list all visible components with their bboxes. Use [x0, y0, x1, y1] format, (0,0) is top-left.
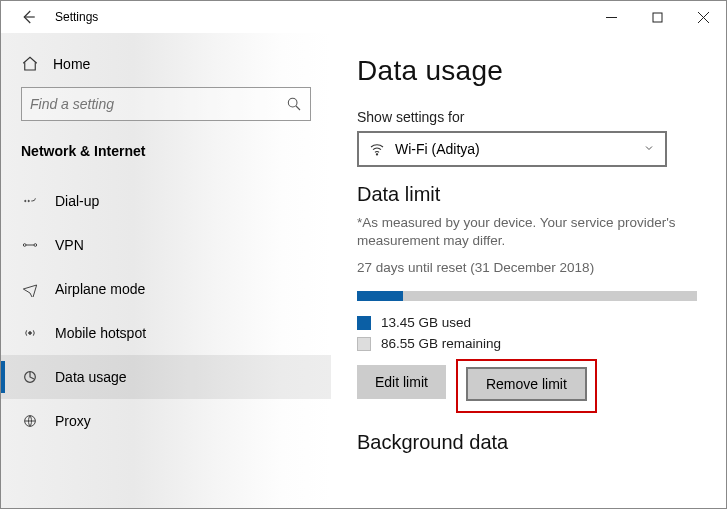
sidebar-item-label: Airplane mode: [55, 281, 145, 297]
titlebar: Settings: [1, 1, 726, 33]
legend-remaining-label: 86.55 GB remaining: [381, 336, 501, 351]
reset-line: 27 days until reset (31 December 2018): [357, 260, 700, 275]
edit-limit-button[interactable]: Edit limit: [357, 365, 446, 399]
svg-point-9: [34, 244, 37, 247]
chevron-down-icon: [643, 142, 655, 157]
sidebar: Home Network & Internet Dial-up VPN: [1, 33, 331, 509]
vpn-icon: [21, 236, 39, 254]
legend-used-label: 13.45 GB used: [381, 315, 471, 330]
legend-used: 13.45 GB used: [357, 315, 700, 330]
hotspot-icon: [21, 324, 39, 342]
sidebar-item-label: Proxy: [55, 413, 91, 429]
svg-point-4: [288, 98, 297, 107]
window-title: Settings: [55, 10, 98, 24]
sidebar-home-label: Home: [53, 56, 90, 72]
sidebar-home[interactable]: Home: [1, 47, 331, 87]
sidebar-item-label: Dial-up: [55, 193, 99, 209]
back-arrow-icon[interactable]: [19, 8, 37, 26]
usage-bar-used: [357, 291, 403, 301]
search-input-wrap[interactable]: [21, 87, 311, 121]
svg-point-14: [376, 154, 377, 155]
page-title: Data usage: [357, 55, 700, 87]
sidebar-item-proxy[interactable]: Proxy: [1, 399, 331, 443]
wifi-icon: [369, 141, 385, 157]
sidebar-item-vpn[interactable]: VPN: [1, 223, 331, 267]
svg-line-5: [296, 106, 300, 110]
sidebar-item-datausage[interactable]: Data usage: [1, 355, 331, 399]
close-button[interactable]: [680, 1, 726, 33]
usage-bar: [357, 291, 697, 301]
minimize-button[interactable]: [588, 1, 634, 33]
maximize-button[interactable]: [634, 1, 680, 33]
dropdown-value: Wi-Fi (Aditya): [395, 141, 633, 157]
network-dropdown[interactable]: Wi-Fi (Aditya): [357, 131, 667, 167]
svg-rect-1: [653, 13, 662, 22]
background-data-head: Background data: [357, 431, 700, 454]
swatch-remaining-icon: [357, 337, 371, 351]
show-settings-label: Show settings for: [357, 109, 700, 125]
sidebar-item-hotspot[interactable]: Mobile hotspot: [1, 311, 331, 355]
data-usage-icon: [21, 368, 39, 386]
svg-point-6: [25, 200, 26, 201]
swatch-used-icon: [357, 316, 371, 330]
search-icon: [286, 96, 302, 112]
sidebar-section-head: Network & Internet: [1, 137, 331, 179]
svg-point-11: [29, 332, 32, 335]
svg-point-8: [23, 244, 26, 247]
proxy-icon: [21, 412, 39, 430]
svg-point-7: [28, 200, 29, 201]
sidebar-item-label: VPN: [55, 237, 84, 253]
home-icon: [21, 55, 39, 73]
remove-limit-button[interactable]: Remove limit: [466, 367, 587, 401]
sidebar-item-label: Mobile hotspot: [55, 325, 146, 341]
measure-hint: *As measured by your device. Your servic…: [357, 214, 700, 250]
airplane-icon: [21, 280, 39, 298]
data-limit-head: Data limit: [357, 183, 700, 206]
highlight-box: Remove limit: [456, 359, 597, 413]
main-panel: Data usage Show settings for Wi-Fi (Adit…: [331, 33, 726, 509]
sidebar-item-dialup[interactable]: Dial-up: [1, 179, 331, 223]
sidebar-item-airplane[interactable]: Airplane mode: [1, 267, 331, 311]
legend-remaining: 86.55 GB remaining: [357, 336, 700, 351]
sidebar-item-label: Data usage: [55, 369, 127, 385]
dialup-icon: [21, 192, 39, 210]
search-input[interactable]: [30, 96, 286, 112]
